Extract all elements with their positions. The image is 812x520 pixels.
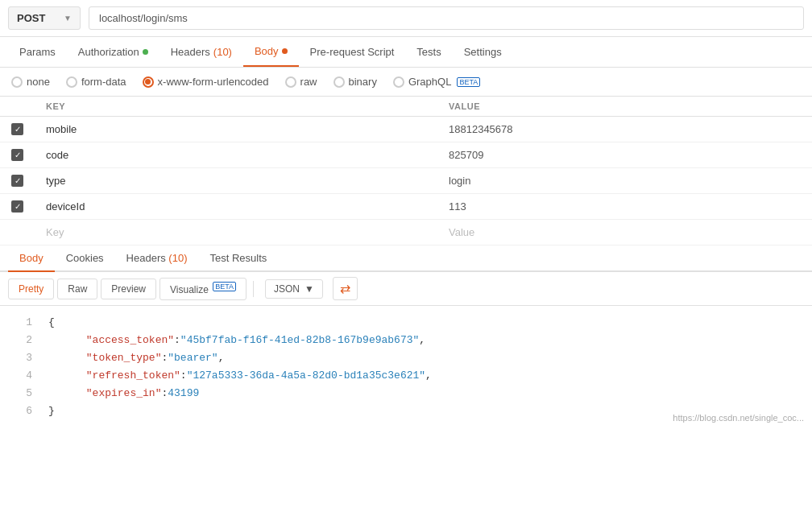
radio-raw-circle	[285, 76, 296, 88]
row4-value[interactable]: 113	[437, 194, 812, 220]
tab-prerequest-label: Pre-request Script	[310, 46, 395, 58]
tab-tests-label: Tests	[416, 46, 441, 58]
tab-authorization-label: Authorization	[78, 46, 139, 58]
placeholder-row: Key Value	[0, 220, 812, 246]
json-line-1: 1 {	[0, 314, 812, 332]
line-num-1: 1	[8, 314, 32, 332]
json-indent-5	[48, 385, 86, 402]
radio-urlencoded-inner	[145, 79, 151, 85]
json-indent-3	[48, 349, 86, 367]
row2-key[interactable]: code	[35, 142, 437, 168]
wrap-button[interactable]: ⇄	[333, 277, 358, 300]
radio-urlencoded[interactable]: x-www-form-urlencoded	[143, 76, 269, 88]
format-raw-button[interactable]: Raw	[57, 279, 97, 299]
table-row: mobile 18812345678	[0, 117, 812, 142]
radio-urlencoded-label: x-www-form-urlencoded	[158, 76, 269, 88]
url-bar: POST ▼	[0, 0, 812, 37]
tab-body-label: Body	[255, 45, 279, 57]
resp-tab-cookies[interactable]: Cookies	[55, 246, 115, 270]
response-tabs-row: Body Cookies Headers (10) Test Results	[0, 246, 812, 272]
radio-raw[interactable]: raw	[285, 76, 317, 88]
graphql-beta-badge: BETA	[457, 77, 480, 87]
radio-none-circle	[11, 76, 23, 88]
resp-tab-headers-label: Headers	[126, 252, 169, 264]
resp-headers-count: (10)	[168, 252, 187, 264]
format-visualize-button[interactable]: Visualize BETA	[160, 278, 246, 300]
url-input[interactable]	[89, 6, 804, 30]
row4-checkbox[interactable]	[11, 200, 23, 213]
tab-headers[interactable]: Headers (10)	[160, 38, 243, 66]
request-tabs-row: Params Authorization Headers (10) Body P…	[0, 37, 812, 68]
row2-checkbox[interactable]	[11, 149, 23, 161]
resp-tab-testresults[interactable]: Test Results	[198, 246, 278, 270]
json-colon-2: :	[174, 332, 180, 349]
json-line-5: 5 "expires_in" : 43199	[0, 385, 812, 402]
headers-count: (10)	[213, 46, 232, 58]
resp-tab-headers[interactable]: Headers (10)	[115, 246, 199, 270]
placeholder-value[interactable]: Value	[437, 220, 812, 246]
line-num-6: 6	[8, 402, 32, 420]
json-line-2: 2 "access_token" : "45bf7fab-f16f-41ed-8…	[0, 332, 812, 349]
tab-prerequest[interactable]: Pre-request Script	[299, 38, 406, 66]
radio-binary-label: binary	[349, 76, 377, 88]
tab-params[interactable]: Params	[8, 38, 67, 66]
row1-key[interactable]: mobile	[35, 117, 437, 142]
radio-form-data[interactable]: form-data	[66, 76, 126, 88]
line-num-2: 2	[8, 332, 32, 349]
json-close-brace: }	[48, 402, 55, 420]
json-key-token-type: "token_type"	[86, 349, 162, 367]
json-format-select[interactable]: JSON ▼	[265, 279, 323, 299]
row3-checkbox[interactable]	[11, 175, 23, 187]
json-key-refresh-token: "refresh_token"	[86, 367, 180, 385]
radio-raw-label: raw	[300, 76, 317, 88]
placeholder-key[interactable]: Key	[35, 220, 437, 246]
method-dropdown-arrow: ▼	[64, 14, 72, 23]
resp-tab-body[interactable]: Body	[8, 246, 55, 272]
json-colon-4: :	[180, 367, 187, 385]
line-num-4: 4	[8, 367, 32, 385]
json-val-expires-in: 43199	[168, 385, 199, 402]
toolbar-divider	[253, 281, 254, 297]
row4-key[interactable]: deviceId	[35, 194, 437, 220]
json-colon-3: :	[161, 349, 168, 367]
radio-graphql-label: GraphQL	[408, 76, 451, 88]
response-toolbar: Pretty Raw Preview Visualize BETA JSON ▼…	[0, 272, 812, 306]
json-colon-5: :	[161, 385, 168, 402]
json-comma-3: ,	[218, 349, 225, 367]
tab-settings[interactable]: Settings	[453, 38, 513, 66]
json-indent-4	[48, 367, 86, 385]
resp-tab-testresults-label: Test Results	[209, 252, 267, 264]
table-row: type login	[0, 168, 812, 194]
method-label: POST	[17, 12, 45, 24]
json-line-4: 4 "refresh_token" : "127a5333-36da-4a5a-…	[0, 367, 812, 385]
format-preview-button[interactable]: Preview	[101, 279, 156, 299]
tab-authorization[interactable]: Authorization	[67, 38, 160, 66]
tab-settings-label: Settings	[464, 46, 502, 58]
json-open-brace: {	[48, 314, 55, 332]
kv-table: KEY VALUE mobile 18812345678 code 825709…	[0, 97, 812, 246]
format-pretty-button[interactable]: Pretty	[8, 279, 54, 299]
resp-tab-cookies-label: Cookies	[66, 252, 104, 264]
row3-key[interactable]: type	[35, 168, 437, 194]
line-num-5: 5	[8, 385, 32, 402]
radio-binary-circle	[334, 76, 345, 88]
row1-checkbox[interactable]	[11, 123, 23, 135]
radio-none[interactable]: none	[11, 76, 50, 88]
radio-form-data-circle	[66, 76, 77, 88]
json-val-access-token: "45bf7fab-f16f-41ed-82b8-167b9e9ab673"	[180, 332, 419, 349]
row3-value[interactable]: login	[437, 168, 812, 194]
radio-urlencoded-circle	[143, 76, 154, 88]
json-indent-2	[48, 332, 86, 349]
json-comma-2: ,	[419, 332, 425, 349]
method-select[interactable]: POST ▼	[8, 6, 81, 30]
radio-graphql[interactable]: GraphQL BETA	[393, 76, 480, 88]
radio-graphql-circle	[393, 76, 404, 88]
radio-none-label: none	[27, 76, 50, 88]
row1-value[interactable]: 18812345678	[437, 117, 812, 142]
row2-value[interactable]: 825709	[437, 142, 812, 168]
json-val-token-type: "bearer"	[168, 349, 218, 367]
radio-binary[interactable]: binary	[334, 76, 377, 88]
tab-body[interactable]: Body	[243, 37, 299, 67]
tab-headers-label: Headers	[171, 46, 210, 58]
tab-tests[interactable]: Tests	[405, 38, 452, 66]
